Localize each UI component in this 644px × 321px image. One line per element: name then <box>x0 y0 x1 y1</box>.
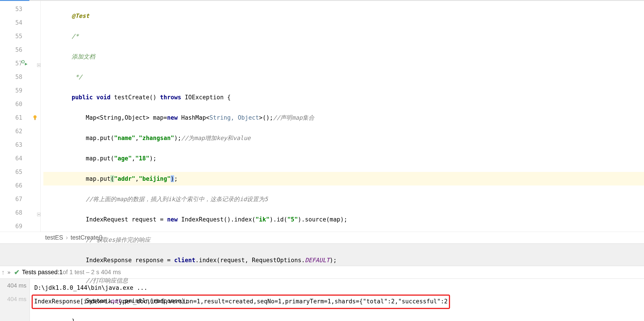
code-text: IndexRequest().index( <box>178 216 256 223</box>
line-number: 69 <box>13 223 22 230</box>
line-number: 59 <box>13 87 22 94</box>
console-timing-column: 404 ms 404 ms <box>0 279 30 321</box>
comment: 添加文档 <box>72 53 95 60</box>
string: "zhangsan" <box>139 135 174 141</box>
line-number: 53 <box>13 6 22 13</box>
gutter-line[interactable]: 69 <box>0 219 40 233</box>
intention-bulb-icon[interactable] <box>32 114 38 121</box>
line-number: 65 <box>13 169 22 175</box>
annotation: @Test <box>72 13 89 19</box>
gutter-line[interactable]: 66 <box>0 179 40 192</box>
code-text: IndexRequest request = <box>86 216 167 223</box>
test-duration[interactable]: 404 ms <box>0 292 30 306</box>
code-text: ); <box>330 257 337 264</box>
code-line[interactable]: IndexRequest request = new IndexRequest(… <box>43 213 644 226</box>
string: "5" <box>287 216 298 223</box>
gutter-line[interactable]: 68 <box>0 206 40 219</box>
line-number: 63 <box>13 141 22 148</box>
keyword: new <box>167 114 178 121</box>
code-text: IndexResponse response = <box>86 257 174 264</box>
code-text: .println(response); <box>121 297 188 304</box>
code-line[interactable]: //将上面的map的数据，插入到ik这个索引中，这条记录的id设置为5 <box>43 192 644 206</box>
line-number: 55 <box>13 33 22 40</box>
line-number: 66 <box>13 182 22 189</box>
gutter-line[interactable]: 53 <box>0 2 40 16</box>
code-line-current[interactable]: map.put("addr","beijing"); <box>43 172 644 186</box>
run-test-icon[interactable] <box>22 60 28 67</box>
code-line[interactable]: map.put("age","18"); <box>43 151 644 165</box>
code-text: map.put( <box>86 135 114 141</box>
code-text: System. <box>86 297 111 304</box>
gutter-line[interactable]: 62 <box>0 124 40 138</box>
line-number: 61 <box>13 114 22 121</box>
code-text: , <box>135 175 139 182</box>
code-editor[interactable]: @Test /* 添加文档 */ public void testCreate(… <box>41 1 644 232</box>
string: "beijing" <box>139 175 171 182</box>
identifier: testCreate() <box>110 94 160 101</box>
string: "name" <box>114 135 135 141</box>
code-text: HashMap< <box>178 114 210 121</box>
code-line[interactable]: //打印响应信息 <box>43 274 644 287</box>
line-number: 54 <box>13 19 22 26</box>
comment: //声明map集合 <box>273 114 314 121</box>
code-text: ).id( <box>270 216 287 223</box>
test-duration[interactable]: 404 ms <box>0 279 30 292</box>
string: "18" <box>135 155 150 162</box>
gutter-line[interactable]: 61 <box>0 111 40 124</box>
string: "ik" <box>256 216 270 223</box>
comment: //为map增加key和value <box>181 135 251 141</box>
expand-icon[interactable]: » <box>8 269 10 275</box>
code-line[interactable]: 添加文档 <box>43 50 644 63</box>
gutter-line[interactable]: 55 <box>0 29 40 43</box>
string: "age" <box>114 155 132 162</box>
gutter-line[interactable]: 58 <box>0 70 40 84</box>
line-number: 62 <box>13 128 22 135</box>
code-text: ); <box>174 135 181 141</box>
code-line[interactable]: // 获取es操作完的响应 <box>43 233 644 247</box>
gutter-line[interactable]: 64 <box>0 151 40 165</box>
static-field: out <box>110 297 121 304</box>
code-text: >(); <box>259 114 273 121</box>
code-text: , <box>132 155 135 162</box>
line-number: 58 <box>13 74 22 80</box>
code-text: ; <box>174 175 178 182</box>
code-text: map.put( <box>86 155 114 162</box>
line-number: 57 <box>13 60 22 67</box>
gutter-line[interactable]: 67 <box>0 192 40 206</box>
code-text: IOException { <box>181 94 231 101</box>
code-line[interactable]: @Test <box>43 9 644 23</box>
fold-icon[interactable] <box>37 211 41 214</box>
check-icon: ✔ <box>14 268 20 276</box>
keyword: throws <box>160 94 181 101</box>
gutter-line[interactable]: 63 <box>0 138 40 151</box>
code-text: Map<String,Object> map= <box>86 114 167 121</box>
gutter: 53 54 55 56 57 58 59 60 61 62 63 64 65 6… <box>0 1 41 232</box>
code-text: , <box>135 135 139 141</box>
editor-area: 53 54 55 56 57 58 59 60 61 62 63 64 65 6… <box>0 1 644 232</box>
comment: //将上面的map的数据，插入到ik这个索引中，这条记录的id设置为5 <box>86 196 268 203</box>
gutter-line[interactable]: 56 <box>0 43 40 57</box>
line-number: 64 <box>13 155 22 162</box>
code-line[interactable]: public void testCreate() throws IOExcept… <box>43 90 644 104</box>
svg-rect-5 <box>34 120 36 120</box>
code-line[interactable]: */ <box>43 70 644 84</box>
bracket-open: ( <box>110 175 114 182</box>
code-text: .index(request, RequestOptions. <box>195 257 305 264</box>
up-arrow-icon[interactable]: ↑ <box>1 268 5 276</box>
code-line[interactable]: } <box>43 314 644 321</box>
gutter-line[interactable]: 57 <box>0 57 40 70</box>
gutter-line[interactable]: 60 <box>0 97 40 111</box>
code-line[interactable]: IndexResponse response = client.index(re… <box>43 253 644 267</box>
code-line[interactable]: System.out.println(response); <box>43 294 644 308</box>
gutter-line[interactable]: 59 <box>0 84 40 97</box>
line-number: 56 <box>13 46 22 53</box>
generic-type: String, Object <box>210 114 259 121</box>
code-line[interactable]: /* <box>43 29 644 43</box>
code-line[interactable]: Map<String,Object> map=new HashMap<Strin… <box>43 111 644 124</box>
gutter-line[interactable]: 65 <box>0 165 40 179</box>
gutter-line[interactable]: 54 <box>0 16 40 29</box>
fold-icon[interactable] <box>37 62 41 65</box>
code-line[interactable]: map.put("name","zhangsan");//为map增加key和v… <box>43 131 644 145</box>
line-number: 60 <box>13 101 22 107</box>
keyword: public <box>72 94 93 101</box>
